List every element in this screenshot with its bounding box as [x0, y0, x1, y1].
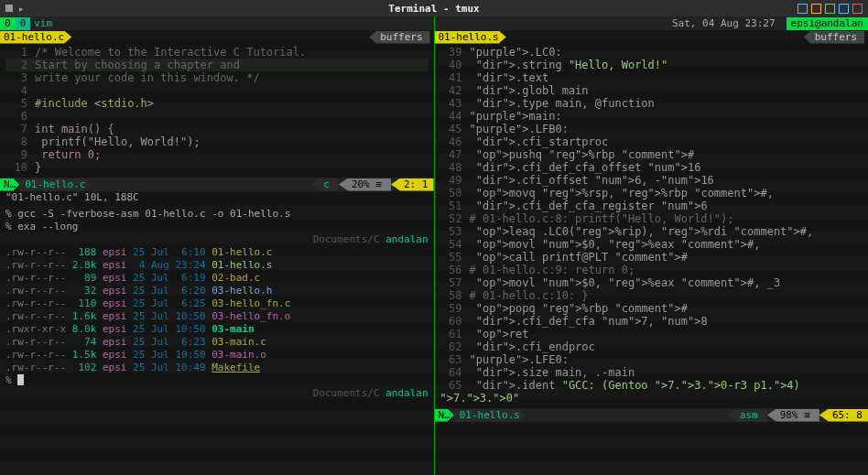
user2: andalan	[385, 387, 428, 399]
code-line[interactable]: 6	[5, 110, 429, 123]
datetime: Sat, 04 Aug 23:27	[672, 17, 776, 30]
list-item[interactable]: .rw-r--r-- 89 epsi 25 Jul 6:19 02-bad.c	[5, 272, 434, 285]
code-line[interactable]: 65 "dir">.ident "GCC: (Gentoo ">7.">3.">…	[440, 379, 863, 405]
right-pane[interactable]: Sat, 04 Aug 23:27 epsi@andalan 01-hello.…	[435, 16, 869, 475]
code-line[interactable]: 48 "dir">.cfi_def_cfa_offset "num">16	[440, 161, 863, 174]
code-line[interactable]: 3write your code in this window. */	[5, 71, 429, 84]
code-line[interactable]: 53 "op">leaq .LC0("reg">%rip), "reg">%rd…	[440, 225, 863, 238]
filetype: c	[310, 178, 339, 191]
code-line[interactable]: 43 "dir">.type main, @function	[440, 97, 863, 110]
path-header-top: Documents/C andalan	[0, 233, 434, 246]
cursor-pos: 2: 1	[391, 178, 434, 191]
list-item[interactable]: .rw-r--r-- 1.5k epsi 25 Jul 10:50 03-mai…	[5, 349, 434, 362]
code-line[interactable]: 58# 01-hello.c:10: }	[440, 289, 863, 302]
list-item[interactable]: .rw-r--r-- 2.8k epsi 4 Aug 23:24 01-hell…	[5, 259, 434, 272]
buffer-tab[interactable]: 01-hello.s	[435, 31, 506, 44]
scroll-percent: 20% ≡	[339, 178, 391, 191]
scroll-percent: 98% ≡	[767, 409, 819, 422]
left-pane[interactable]: 0 0 vim 01-hello.c buffers 1/* Welcome t…	[0, 16, 435, 475]
code-line[interactable]: 1/* Welcome to the Interactive C Tutoria…	[5, 46, 429, 59]
code-line[interactable]: 54 "op">movl "num">$0, "reg">%eax "comme…	[440, 238, 863, 251]
code-line[interactable]: 51 "dir">.cfi_def_cfa_register "num">6	[440, 200, 863, 212]
code-line[interactable]: 60 "dir">.cfi_def_cfa "num">7, "num">8	[440, 315, 863, 328]
wicon-4[interactable]	[839, 4, 849, 14]
statusline-left: N… 01-hello.c c 20% ≡ 2: 1	[0, 178, 434, 191]
list-item[interactable]: .rw-r--r-- 110 epsi 25 Jul 6:25 03-hello…	[5, 297, 434, 310]
buffers-label: buffers	[369, 31, 429, 44]
code-line[interactable]: 44"purple">main:	[440, 110, 863, 123]
code-line[interactable]: 61 "op">ret	[440, 328, 863, 340]
code-line[interactable]: 49 "dir">.cfi_offset "num">6, -"num">16	[440, 174, 863, 187]
dropdown-icon[interactable]: ▸	[18, 4, 24, 14]
code-line[interactable]: 45"purple">.LFB0:	[440, 123, 863, 135]
tmux-window: 0 0 vim 01-hello.c buffers 1/* Welcome t…	[0, 16, 868, 475]
close-icon[interactable]	[852, 4, 863, 14]
code-line[interactable]: 50 "op">movq "reg">%rsp, "reg">%rbp "com…	[440, 187, 863, 200]
window-index: 0	[16, 17, 31, 30]
code-line[interactable]: 55 "op">call printf@PLT "comment">#	[440, 251, 863, 264]
code-line[interactable]: 8 printf("Hello, World!");	[5, 135, 429, 148]
buffer-tab[interactable]: 01-hello.c	[0, 31, 71, 44]
code-line[interactable]: 52# 01-hello.c:8: printf("Hello, World!"…	[440, 212, 863, 225]
shell-prompt[interactable]: %	[0, 374, 434, 387]
list-item[interactable]: .rw-r--r-- 74 epsi 25 Jul 6:23 03-main.c	[5, 336, 434, 349]
status-file: 01-hello.s	[454, 409, 526, 422]
code-line[interactable]: 62 "dir">.cfi_endproc	[440, 340, 863, 353]
tmux-status-right: Sat, 04 Aug 23:27 epsi@andalan	[435, 16, 869, 30]
vim-bufferline-left: 01-hello.c buffers	[0, 30, 434, 44]
code-line[interactable]: 59 "op">popq "reg">%rbp "comment">#	[440, 302, 863, 315]
vim-message: "01-hello.c" 10L, 188C	[0, 191, 434, 204]
wicon-1[interactable]	[797, 4, 808, 14]
host-pill: epsi@andalan	[787, 17, 868, 30]
code-line[interactable]: 41 "dir">.text	[440, 71, 863, 84]
path: Documents/C	[313, 233, 380, 245]
code-line[interactable]: 57 "op">movl "num">$0, "reg">%eax "comme…	[440, 276, 863, 289]
code-left[interactable]: 1/* Welcome to the Interactive C Tutoria…	[0, 44, 434, 176]
filetype: asm	[727, 409, 767, 422]
list-item[interactable]: .rw-r--r-- 1.6k epsi 25 Jul 10:50 03-hel…	[5, 310, 434, 323]
code-line[interactable]: 64 "dir">.size main, .-main	[440, 366, 863, 379]
code-line[interactable]: 40 "dir">.string "Hello, World!"	[440, 59, 863, 71]
program-name: vim	[34, 17, 52, 30]
mode-indicator: N…	[0, 178, 19, 191]
statusline-right: N… 01-hello.s asm 98% ≡ 65: 8	[435, 408, 869, 422]
list-item[interactable]: .rw-r--r-- 188 epsi 25 Jul 6:10 01-hello…	[5, 246, 434, 259]
mode-indicator: N…	[435, 409, 454, 422]
path-header-bottom: Documents/C andalan	[0, 387, 434, 400]
code-line[interactable]: 42 "dir">.globl main	[440, 84, 863, 97]
cursor-pos: 65: 8	[819, 409, 868, 422]
code-line[interactable]: 63"purple">.LFE0:	[440, 353, 863, 366]
titlebar: ▸ Terminal - tmux	[0, 0, 868, 16]
code-line[interactable]: 4	[5, 84, 429, 97]
window-title: Terminal - tmux	[0, 3, 868, 15]
code-line[interactable]: 46 "dir">.cfi_startproc	[440, 135, 863, 148]
code-line[interactable]: 47 "op">pushq "reg">%rbp "comment">#	[440, 148, 863, 161]
code-line[interactable]: 10}	[5, 161, 429, 174]
window-controls	[797, 4, 863, 14]
shell-cmd-gcc[interactable]: % gcc -S -fverbose-asm 01-hello.c -o 01-…	[0, 208, 434, 221]
code-line[interactable]: 56# 01-hello.c:9: return 0;	[440, 264, 863, 276]
user: andalan	[385, 233, 428, 245]
wicon-2[interactable]	[811, 4, 821, 14]
code-line[interactable]: 39"purple">.LC0:	[440, 46, 863, 59]
list-item[interactable]: .rw-r--r-- 32 epsi 25 Jul 6:20 03-hello.…	[5, 285, 434, 297]
tmux-status-left: 0 0 vim	[0, 16, 434, 30]
code-line[interactable]: 7int main() {	[5, 123, 429, 135]
session-index: 0	[0, 17, 16, 30]
file-listing[interactable]: .rw-r--r-- 188 epsi 25 Jul 6:10 01-hello…	[0, 246, 434, 374]
shell-cmd-exa[interactable]: % exa --long	[0, 221, 434, 233]
cursor-icon	[17, 374, 24, 385]
path2: Documents/C	[313, 387, 380, 399]
code-right[interactable]: 39"purple">.LC0:40 "dir">.string "Hello,…	[435, 44, 869, 406]
list-item[interactable]: .rwxr-xr-x 8.0k epsi 25 Jul 10:50 03-mai…	[5, 323, 434, 336]
code-line[interactable]: 9 return 0;	[5, 148, 429, 161]
buffers-label: buffers	[804, 31, 864, 44]
code-line[interactable]: 2Start by choosing a chapter and	[5, 59, 429, 71]
vim-bufferline-right: 01-hello.s buffers	[435, 30, 869, 44]
code-line[interactable]: 5#include <stdio.h>	[5, 97, 429, 110]
wicon-3[interactable]	[825, 4, 835, 14]
status-file: 01-hello.c	[19, 178, 91, 191]
app-menu-icon[interactable]	[5, 5, 13, 12]
list-item[interactable]: .rw-r--r-- 102 epsi 25 Jul 10:49 Makefil…	[5, 362, 434, 374]
